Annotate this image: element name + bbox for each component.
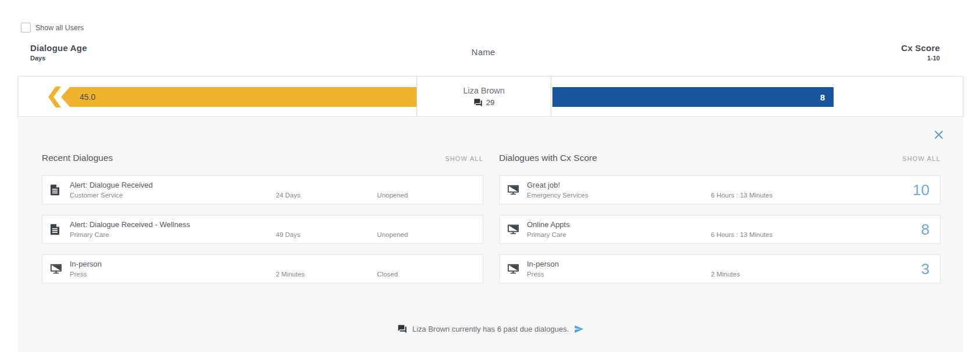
dialogue-category: Primary Care <box>527 231 566 238</box>
cx-score-value: 8 <box>820 92 825 102</box>
dialogue-age-title: Dialogue Age <box>30 43 87 53</box>
dialogue-status: Closed <box>377 271 398 278</box>
cx-score-title: Cx Score <box>901 43 940 53</box>
past-due-message: Liza Brown currently has 6 past due dial… <box>412 325 569 333</box>
detail-panel: Recent Dialogues SHOW ALL Alert: Dialogu… <box>18 117 963 352</box>
user-row-liza-brown[interactable]: 45.0 Liza Brown 29 8 <box>18 76 963 117</box>
cx-score-bar[interactable]: 8 <box>552 87 834 107</box>
dialogue-duration: 6 Hours : 13 Minutes <box>711 231 773 238</box>
dialogue-category: Primary Care <box>70 231 109 238</box>
dialogue-age: 49 Days <box>276 231 300 238</box>
cx-score-bar-zone: 8 <box>551 77 963 116</box>
cx-dialogue-item[interactable]: In-person Press 2 Minutes 3 <box>499 254 940 283</box>
dialogue-age-bar[interactable]: 45.0 <box>61 87 417 107</box>
dialogue-category: Customer Service <box>70 192 123 199</box>
cx-dialogues-show-all-link[interactable]: SHOW ALL <box>902 155 940 162</box>
dialogue-age-value: 45.0 <box>80 92 95 102</box>
monitor-icon <box>508 185 519 195</box>
dialogue-count: 29 <box>486 98 494 107</box>
send-icon[interactable] <box>574 324 584 334</box>
dialogue-cx-score: 8 <box>921 221 929 239</box>
dialogue-count-row: 29 <box>473 98 494 107</box>
dialogue-age-units: Days <box>30 55 87 62</box>
recent-dialogue-item[interactable]: Alert: Dialogue Received - Wellness Prim… <box>42 215 483 244</box>
name-title: Name <box>416 47 551 57</box>
cx-score-column-header: Cx Score 1-10 <box>901 43 940 62</box>
dialogue-age-bar-zone: 45.0 <box>19 77 417 116</box>
age-bar-chevron-icon <box>48 87 61 107</box>
dialogue-category: Press <box>527 271 544 278</box>
chat-icon <box>397 324 407 334</box>
recent-dialogue-item[interactable]: In-person Press 2 Minutes Closed <box>42 254 483 283</box>
cx-dialogue-item[interactable]: Online Appts Primary Care 6 Hours : 13 M… <box>499 215 940 244</box>
dialogue-cx-score: 3 <box>921 260 929 278</box>
document-icon <box>51 224 59 235</box>
dialogue-age-column-header: Dialogue Age Days <box>30 43 87 62</box>
cx-score-dialogues-section: Dialogues with Cx Score SHOW ALL Great j… <box>499 153 940 294</box>
show-all-users-control[interactable]: Show all Users <box>21 23 84 33</box>
show-all-users-checkbox[interactable] <box>21 23 31 33</box>
user-name: Liza Brown <box>463 86 505 95</box>
dialogue-dashboard: Show all Users Dialogue Age Days Name Cx… <box>0 0 980 352</box>
dialogue-title: Great job! <box>527 181 560 189</box>
recent-dialogues-section: Recent Dialogues SHOW ALL Alert: Dialogu… <box>42 153 483 294</box>
monitor-icon <box>508 225 519 235</box>
dialogue-cx-score: 10 <box>913 181 929 199</box>
close-icon[interactable] <box>934 130 944 140</box>
dialogue-duration: 2 Minutes <box>711 271 740 278</box>
dialogue-age: 24 Days <box>276 192 300 199</box>
document-icon <box>51 185 59 196</box>
name-column-header: Name <box>416 47 551 57</box>
dialogue-duration: 6 Hours : 13 Minutes <box>711 192 773 199</box>
monitor-icon <box>51 264 62 274</box>
show-all-users-label: Show all Users <box>35 24 84 32</box>
past-due-note: Liza Brown currently has 6 past due dial… <box>18 324 963 334</box>
cx-dialogues-title: Dialogues with Cx Score <box>499 153 597 163</box>
dialogue-status: Unopened <box>377 192 408 199</box>
dialogue-title: Alert: Dialogue Received - Wellness <box>70 220 190 229</box>
dialogue-category: Emergency Services <box>527 192 588 199</box>
cx-dialogue-item[interactable]: Great job! Emergency Services 6 Hours : … <box>499 175 940 204</box>
cx-score-range: 1-10 <box>901 55 940 62</box>
monitor-icon <box>508 264 519 274</box>
dialogue-title: In-person <box>527 260 559 268</box>
dialogue-age: 2 Minutes <box>276 271 305 278</box>
dialogue-status: Unopened <box>377 231 408 238</box>
user-name-cell[interactable]: Liza Brown 29 <box>417 77 551 116</box>
dialogue-title: Alert: Dialogue Received <box>70 181 153 189</box>
dialogue-title: In-person <box>70 260 102 268</box>
recent-dialogue-item[interactable]: Alert: Dialogue Received Customer Servic… <box>42 175 483 204</box>
dialogue-title: Online Appts <box>527 220 570 229</box>
chat-icon <box>473 98 483 107</box>
recent-dialogues-show-all-link[interactable]: SHOW ALL <box>445 155 483 162</box>
recent-dialogues-title: Recent Dialogues <box>42 153 113 163</box>
dialogue-category: Press <box>70 271 87 278</box>
